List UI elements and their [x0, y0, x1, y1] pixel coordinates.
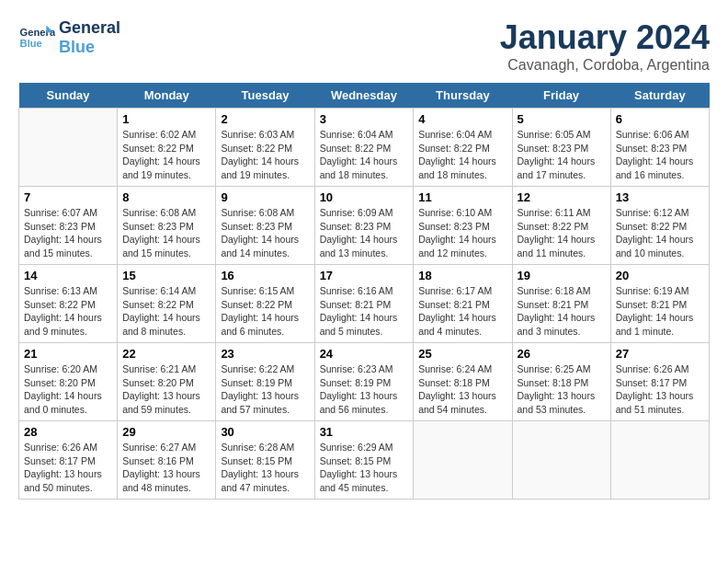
- cell-info: Sunrise: 6:02 AM: [122, 128, 210, 142]
- cell-info: Daylight: 14 hours and 19 minutes.: [221, 155, 309, 181]
- calendar-cell: 9Sunrise: 6:08 AMSunset: 8:23 PMDaylight…: [216, 187, 314, 265]
- date-number: 22: [122, 347, 210, 361]
- cell-info: Sunrise: 6:08 AM: [122, 206, 210, 220]
- week-row-1: 1Sunrise: 6:02 AMSunset: 8:22 PMDaylight…: [19, 109, 710, 187]
- cell-info: Sunrise: 6:12 AM: [616, 206, 704, 220]
- cell-info: Sunrise: 6:11 AM: [518, 206, 606, 220]
- cell-info: Daylight: 14 hours and 0 minutes.: [24, 389, 112, 416]
- cell-info: Sunset: 8:15 PM: [320, 454, 409, 468]
- calendar-cell: 25Sunrise: 6:24 AMSunset: 8:18 PMDayligh…: [414, 343, 512, 421]
- day-header-sunday: Sunday: [19, 83, 118, 109]
- cell-info: Sunrise: 6:14 AM: [122, 284, 210, 298]
- cell-info: Daylight: 13 hours and 45 minutes.: [320, 467, 409, 494]
- cell-info: Daylight: 13 hours and 59 minutes.: [122, 389, 210, 416]
- cell-info: Sunset: 8:18 PM: [418, 376, 506, 390]
- cell-info: Daylight: 14 hours and 15 minutes.: [122, 233, 210, 259]
- date-number: 25: [418, 347, 506, 361]
- date-number: 31: [320, 425, 409, 439]
- cell-info: Daylight: 14 hours and 1 minute.: [616, 311, 704, 338]
- calendar-cell: 19Sunrise: 6:18 AMSunset: 8:21 PMDayligh…: [512, 265, 610, 343]
- calendar-cell: 20Sunrise: 6:19 AMSunset: 8:21 PMDayligh…: [610, 265, 709, 343]
- week-row-5: 28Sunrise: 6:26 AMSunset: 8:17 PMDayligh…: [19, 421, 710, 500]
- cell-info: Sunset: 8:19 PM: [320, 376, 409, 390]
- cell-info: Sunrise: 6:04 AM: [418, 128, 506, 142]
- cell-info: Sunset: 8:22 PM: [122, 298, 210, 312]
- calendar-cell: 12Sunrise: 6:11 AMSunset: 8:22 PMDayligh…: [512, 187, 610, 265]
- cell-info: Sunrise: 6:26 AM: [24, 441, 112, 454]
- logo-blue: Blue: [59, 38, 120, 57]
- location-title: Cavanagh, Cordoba, Argentina: [500, 57, 710, 74]
- cell-info: Sunset: 8:21 PM: [320, 298, 409, 312]
- cell-info: Daylight: 14 hours and 18 minutes.: [320, 155, 409, 181]
- cell-info: Sunrise: 6:13 AM: [24, 284, 112, 298]
- cell-info: Daylight: 14 hours and 16 minutes.: [616, 155, 704, 181]
- calendar-cell: 22Sunrise: 6:21 AMSunset: 8:20 PMDayligh…: [118, 343, 216, 421]
- cell-info: Sunrise: 6:09 AM: [320, 206, 409, 220]
- date-number: 11: [418, 190, 506, 204]
- cell-info: Sunset: 8:20 PM: [24, 376, 112, 390]
- date-number: 18: [418, 269, 506, 282]
- logo-icon: General Blue: [18, 19, 55, 56]
- date-number: 6: [616, 112, 704, 126]
- date-number: 20: [616, 269, 704, 282]
- calendar-cell: 7Sunrise: 6:07 AMSunset: 8:23 PMDaylight…: [19, 187, 118, 265]
- cell-info: Daylight: 14 hours and 14 minutes.: [221, 233, 309, 259]
- date-number: 8: [122, 190, 210, 204]
- date-number: 16: [221, 269, 309, 282]
- calendar-cell: 31Sunrise: 6:29 AMSunset: 8:15 PMDayligh…: [314, 421, 414, 500]
- header: General Blue General Blue January 2024 C…: [18, 18, 710, 74]
- date-number: 17: [320, 269, 409, 282]
- logo-general: General: [59, 18, 120, 38]
- cell-info: Sunrise: 6:28 AM: [221, 441, 309, 454]
- cell-info: Sunset: 8:22 PM: [221, 142, 309, 155]
- cell-info: Daylight: 14 hours and 6 minutes.: [221, 311, 309, 338]
- cell-info: Daylight: 14 hours and 8 minutes.: [122, 311, 210, 338]
- cell-info: Daylight: 13 hours and 50 minutes.: [24, 467, 112, 494]
- calendar-cell: [512, 421, 610, 500]
- title-area: January 2024 Cavanagh, Cordoba, Argentin…: [500, 18, 710, 74]
- calendar-cell: 26Sunrise: 6:25 AMSunset: 8:18 PMDayligh…: [512, 343, 610, 421]
- cell-info: Sunrise: 6:29 AM: [320, 441, 409, 454]
- svg-text:Blue: Blue: [20, 38, 42, 49]
- calendar-cell: [610, 421, 709, 500]
- calendar-cell: 11Sunrise: 6:10 AMSunset: 8:23 PMDayligh…: [414, 187, 512, 265]
- date-number: 13: [616, 190, 704, 204]
- cell-info: Sunrise: 6:27 AM: [122, 441, 210, 454]
- cell-info: Sunset: 8:21 PM: [418, 298, 506, 312]
- cell-info: Daylight: 14 hours and 15 minutes.: [24, 233, 112, 259]
- cell-info: Daylight: 14 hours and 17 minutes.: [518, 155, 606, 181]
- cell-info: Sunrise: 6:15 AM: [221, 284, 309, 298]
- cell-info: Daylight: 14 hours and 19 minutes.: [122, 155, 210, 181]
- cell-info: Sunrise: 6:20 AM: [24, 362, 112, 376]
- cell-info: Sunset: 8:23 PM: [418, 220, 506, 234]
- cell-info: Daylight: 14 hours and 10 minutes.: [616, 233, 704, 259]
- date-number: 12: [518, 190, 606, 204]
- date-number: 4: [418, 112, 506, 126]
- cell-info: Sunrise: 6:05 AM: [518, 128, 606, 142]
- week-row-4: 21Sunrise: 6:20 AMSunset: 8:20 PMDayligh…: [19, 343, 710, 421]
- calendar-cell: 14Sunrise: 6:13 AMSunset: 8:22 PMDayligh…: [19, 265, 118, 343]
- cell-info: Daylight: 14 hours and 11 minutes.: [518, 233, 606, 259]
- cell-info: Sunrise: 6:06 AM: [616, 128, 704, 142]
- cell-info: Sunset: 8:15 PM: [221, 454, 309, 468]
- date-number: 1: [122, 112, 210, 126]
- date-number: 28: [24, 425, 112, 439]
- date-number: 5: [518, 112, 606, 126]
- cell-info: Sunset: 8:21 PM: [616, 298, 704, 312]
- logo: General Blue General Blue: [18, 18, 120, 57]
- date-number: 24: [320, 347, 409, 361]
- calendar-cell: 24Sunrise: 6:23 AMSunset: 8:19 PMDayligh…: [314, 343, 414, 421]
- cell-info: Sunset: 8:23 PM: [518, 142, 606, 155]
- cell-info: Sunrise: 6:25 AM: [518, 362, 606, 376]
- cell-info: Sunrise: 6:16 AM: [320, 284, 409, 298]
- date-number: 30: [221, 425, 309, 439]
- date-number: 2: [221, 112, 309, 126]
- cell-info: Daylight: 13 hours and 56 minutes.: [320, 389, 409, 416]
- calendar-cell: 10Sunrise: 6:09 AMSunset: 8:23 PMDayligh…: [314, 187, 414, 265]
- date-number: 21: [24, 347, 112, 361]
- date-number: 9: [221, 190, 309, 204]
- cell-info: Sunset: 8:20 PM: [122, 376, 210, 390]
- cell-info: Sunset: 8:22 PM: [418, 142, 506, 155]
- cell-info: Daylight: 13 hours and 47 minutes.: [221, 467, 309, 494]
- date-number: 10: [320, 190, 409, 204]
